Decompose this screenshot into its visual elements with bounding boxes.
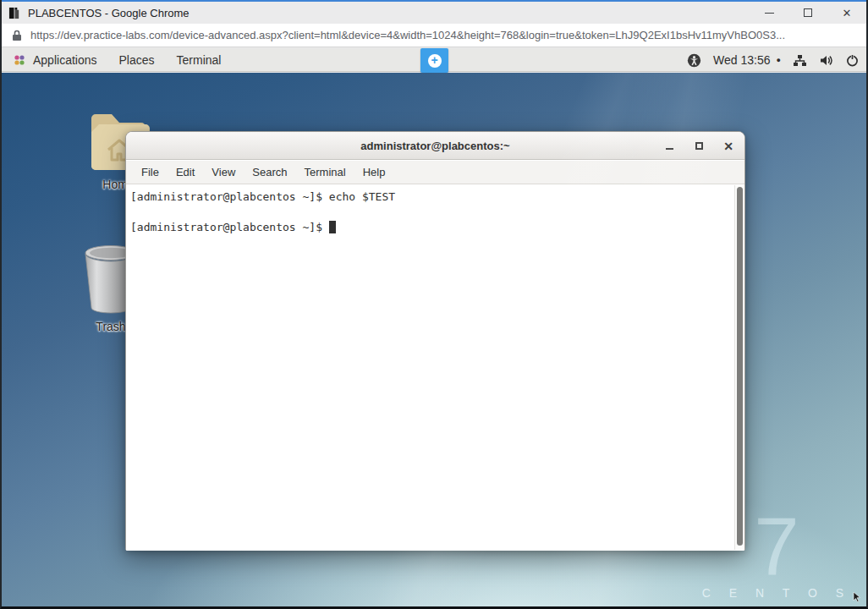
menu-terminal-label: Terminal [177,53,222,67]
browser-window: PLABCENTOS - Google Chrome ✕ https://dev… [0,0,868,609]
minimize-icon [765,13,774,14]
address-bar[interactable]: https://dev.practice-labs.com/device-adv… [2,24,866,47]
terminal-menu-view[interactable]: View [203,162,244,182]
volume-icon[interactable] [819,53,833,68]
terminal-window-controls: ✕ [663,132,734,160]
menu-places-label: Places [119,53,155,67]
window-title: PLABCENTOS - Google Chrome [28,7,190,19]
terminal-line: [administrator@plabcentos ~]$ echo $TEST [130,189,733,205]
chrome-titlebar: PLABCENTOS - Google Chrome ✕ [2,2,866,24]
terminal-content[interactable]: [administrator@plabcentos ~]$ echo $TEST… [126,185,744,551]
maximize-icon [804,8,812,17]
chrome-window-controls: ✕ [750,2,866,24]
notification-dot-icon: ● [777,56,781,64]
minimize-icon [666,148,673,150]
menu-places[interactable]: Places [108,48,166,71]
remote-desktop-viewport: Applications Places Terminal Wed 13:56 ● [2,48,866,606]
menu-applications[interactable]: Applications [2,48,108,71]
terminal-scrollbar[interactable] [734,185,744,550]
menu-applications-label: Applications [33,53,97,67]
clock[interactable]: Wed 13:56 ● [713,53,781,67]
clock-text: Wed 13:56 [713,53,770,67]
close-button[interactable]: ✕ [827,2,866,24]
terminal-prompt: [administrator@plabcentos ~]$ [130,221,329,233]
power-icon[interactable] [845,53,860,68]
applications-icon [13,53,26,67]
terminal-menu-edit[interactable]: Edit [168,162,203,182]
terminal-cursor [329,221,336,233]
ssl-lock-icon[interactable] [12,30,22,41]
url-text[interactable]: https://dev.practice-labs.com/device-adv… [30,29,785,41]
terminal-minimize-button[interactable] [663,140,675,152]
maximize-button[interactable] [788,2,827,24]
practice-labs-toolbar-button[interactable]: + [420,48,448,73]
terminal-window: administrator@plabcentos:~ ✕ File Edit V… [125,131,745,551]
terminal-menu-search[interactable]: Search [244,162,295,182]
terminal-line [130,205,733,220]
terminal-title: administrator@plabcentos:~ [360,140,509,152]
terminal-menu-terminal[interactable]: Terminal [296,162,354,182]
system-status-area: Wed 13:56 ● [687,48,860,72]
practice-labs-favicon-icon [8,7,21,19]
plus-icon: + [428,54,442,68]
desktop[interactable]: Home Trash [2,73,866,606]
network-icon[interactable] [793,53,807,68]
menu-terminal[interactable]: Terminal [166,48,233,71]
terminal-close-button[interactable]: ✕ [722,140,734,152]
close-icon: ✕ [723,140,733,152]
mouse-cursor-icon [853,592,861,602]
maximize-icon [695,142,703,150]
close-icon: ✕ [843,8,852,19]
centos-wordmark: C E N T O S [702,586,851,600]
accessibility-icon[interactable] [687,53,701,68]
terminal-menu-file[interactable]: File [133,162,168,182]
terminal-menubar: File Edit View Search Terminal Help [126,161,744,184]
scrollbar-thumb[interactable] [737,187,743,546]
terminal-menu-help[interactable]: Help [354,162,394,182]
terminal-maximize-button[interactable] [693,140,705,152]
minimize-button[interactable] [750,2,788,24]
terminal-titlebar[interactable]: administrator@plabcentos:~ ✕ [126,132,744,160]
terminal-prompt-line: [administrator@plabcentos ~]$ [130,220,733,235]
